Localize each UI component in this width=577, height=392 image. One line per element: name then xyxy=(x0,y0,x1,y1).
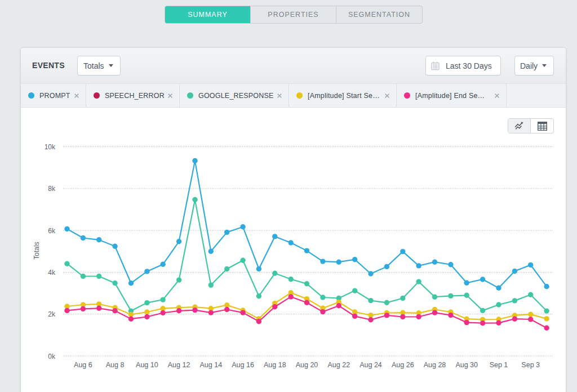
svg-text:2k: 2k xyxy=(48,310,56,318)
svg-text:0k: 0k xyxy=(48,353,56,360)
svg-text:Aug 16: Aug 16 xyxy=(232,361,254,369)
svg-text:Aug 20: Aug 20 xyxy=(296,361,318,369)
svg-text:4k: 4k xyxy=(48,269,56,277)
svg-text:Aug 28: Aug 28 xyxy=(424,361,446,369)
svg-text:Aug 12: Aug 12 xyxy=(168,361,190,369)
svg-text:Totals: Totals xyxy=(33,242,41,259)
svg-text:Aug 6: Aug 6 xyxy=(74,361,92,369)
svg-text:Aug 14: Aug 14 xyxy=(199,361,222,369)
svg-text:10k: 10k xyxy=(45,143,56,151)
svg-text:Aug 18: Aug 18 xyxy=(264,361,286,369)
svg-text:Aug 30: Aug 30 xyxy=(455,361,478,369)
svg-text:Aug 22: Aug 22 xyxy=(327,361,350,369)
svg-text:Sep 3: Sep 3 xyxy=(521,361,540,369)
svg-text:Aug 24: Aug 24 xyxy=(359,361,382,369)
svg-text:6k: 6k xyxy=(48,227,56,235)
svg-text:Sep 1: Sep 1 xyxy=(490,361,508,369)
svg-text:Aug 8: Aug 8 xyxy=(106,361,125,369)
svg-text:Aug 26: Aug 26 xyxy=(392,361,414,369)
svg-text:Aug 10: Aug 10 xyxy=(136,361,158,369)
svg-text:8k: 8k xyxy=(48,185,56,193)
